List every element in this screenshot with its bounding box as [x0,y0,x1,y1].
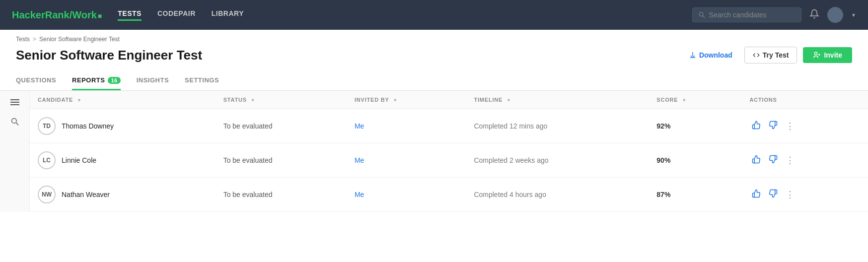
breadcrumb-current: Senior Software Engineer Test [39,36,120,43]
header-actions: Download Try Test Invite [683,47,852,64]
person-add-icon [813,51,821,59]
thumbup-button-2[interactable] [750,187,763,202]
nav-link-codepair[interactable]: CODEPAIR [157,9,196,21]
invite-button[interactable]: Invite [803,47,852,63]
svg-line-9 [16,123,18,125]
more-button-2[interactable]: ⋮ [784,187,796,202]
candidate-avatar-2: NW [38,186,56,203]
timeline-cell-2: Completed 4 hours ago [466,178,649,212]
tab-insights[interactable]: INSIGHTS [137,71,169,90]
page-header: Senior Software Engineer Test Download T… [0,43,868,71]
bell-icon-svg [809,9,819,19]
candidate-name-2[interactable]: Nathan Weaver [62,191,110,198]
brand-text: HackerRank/Work■ [12,9,102,20]
thumbup-button-0[interactable] [750,119,763,133]
table-row: TD Thomas Downey To be evaluated Me Comp… [30,109,868,143]
breadcrumb-parent[interactable]: Tests [16,36,30,43]
status-cell-2: To be evaluated [216,178,347,212]
status-cell-0: To be evaluated [216,109,347,143]
invited-by-cell-0: Me [347,109,466,143]
svg-point-8 [11,119,16,124]
code-icon [753,52,760,59]
candidates-table: CANDIDATE ▼ STATUS ▼ INVITED BY ▼ TIME [30,91,868,212]
download-button[interactable]: Download [683,47,738,63]
reports-badge: 16 [108,77,120,84]
tab-settings[interactable]: SETTINGS [185,71,219,90]
search-input[interactable] [709,11,795,19]
more-button-0[interactable]: ⋮ [784,119,796,133]
filter-search-icon[interactable] [11,118,19,128]
tab-reports[interactable]: REPORTS 16 [72,71,121,90]
avatar[interactable] [827,7,843,23]
tabs-bar: QUESTIONS REPORTS 16 INSIGHTS SETTINGS [0,71,868,91]
candidate-name-0[interactable]: Thomas Downey [62,122,114,130]
table-row: NW Nathan Weaver To be evaluated Me Comp… [30,178,868,212]
try-test-button[interactable]: Try Test [744,47,797,64]
status-cell-1: To be evaluated [216,143,347,178]
sort-score[interactable]: ▼ [682,98,687,103]
candidate-cell-0: TD Thomas Downey [30,109,216,143]
breadcrumb: Tests > Senior Software Engineer Test [16,36,852,43]
search-icon [699,11,705,18]
timeline-cell-0: Completed 12 mins ago [466,109,649,143]
actions-cell-1: ⋮ [742,143,868,178]
menu-icon[interactable] [10,99,19,108]
thumbup-button-1[interactable] [750,153,763,168]
sort-candidate[interactable]: ▼ [77,98,82,103]
invited-by-cell-2: Me [347,178,466,212]
score-cell-0: 92% [649,109,741,143]
nav-links: TESTS CODEPAIR LIBRARY [118,9,676,21]
sort-invited-by[interactable]: ▼ [393,98,398,103]
actions-cell-2: ⋮ [742,178,868,212]
svg-line-1 [703,16,705,18]
col-status[interactable]: STATUS ▼ [216,91,347,109]
navbar-right: ▼ [692,7,856,23]
table-container: CANDIDATE ▼ STATUS ▼ INVITED BY ▼ TIME [0,91,868,212]
navbar: HackerRank/Work■ TESTS CODEPAIR LIBRARY … [0,0,868,30]
search-box[interactable] [692,7,801,22]
breadcrumb-separator: > [33,36,36,43]
sort-status[interactable]: ▼ [251,98,256,103]
svg-point-2 [815,52,817,55]
breadcrumb-area: Tests > Senior Software Engineer Test [0,30,868,43]
nav-link-library[interactable]: LIBRARY [212,9,244,21]
tab-questions[interactable]: QUESTIONS [16,71,56,90]
sidebar-icons [0,91,30,212]
score-cell-1: 90% [649,143,741,178]
page-title: Senior Software Engineer Test [16,48,202,63]
candidate-avatar-1: LC [38,151,56,169]
col-candidate[interactable]: CANDIDATE ▼ [30,91,216,109]
svg-point-0 [699,12,703,16]
nav-link-tests[interactable]: TESTS [118,9,142,21]
invited-by-cell-1: Me [347,143,466,178]
main-content: Tests > Senior Software Engineer Test Se… [0,30,868,262]
timeline-cell-1: Completed 2 weeks ago [466,143,649,178]
score-cell-2: 87% [649,178,741,212]
col-timeline[interactable]: TIMELINE ▼ [466,91,649,109]
candidate-cell-1: LC Linnie Cole [30,143,216,178]
col-actions: ACTIONS [742,91,868,109]
brand-logo: HackerRank/Work■ [12,9,102,21]
notification-bell[interactable] [809,9,819,21]
table-row: LC Linnie Cole To be evaluated Me Comple… [30,143,868,178]
candidates-table-wrap: CANDIDATE ▼ STATUS ▼ INVITED BY ▼ TIME [30,91,868,212]
actions-cell-0: ⋮ [742,109,868,143]
avatar-dropdown-arrow[interactable]: ▼ [851,12,856,18]
candidate-name-1[interactable]: Linnie Cole [62,156,96,164]
candidate-avatar-0: TD [38,117,56,135]
thumbdown-button-0[interactable] [767,119,780,133]
brand-box-icon: ■ [98,12,102,20]
more-button-1[interactable]: ⋮ [784,153,796,168]
download-icon [689,52,696,59]
col-invited-by[interactable]: INVITED BY ▼ [347,91,466,109]
col-score[interactable]: SCORE ▼ [649,91,741,109]
sort-timeline[interactable]: ▼ [506,98,511,103]
thumbdown-button-1[interactable] [767,153,780,168]
candidate-cell-2: NW Nathan Weaver [30,178,216,212]
thumbdown-button-2[interactable] [767,187,780,202]
